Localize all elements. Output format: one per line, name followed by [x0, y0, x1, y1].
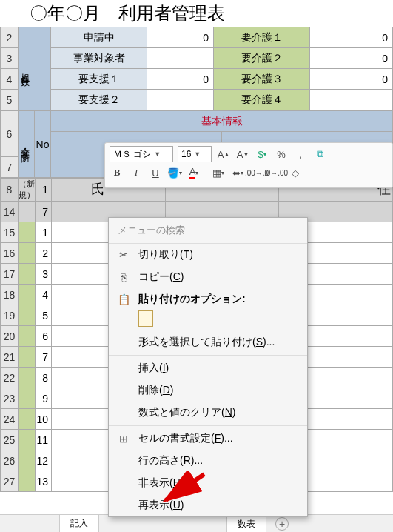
increase-font-icon[interactable]: A▲	[216, 147, 231, 162]
row-header[interactable]: 14	[1, 202, 19, 222]
cell[interactable]: 5	[36, 305, 52, 326]
cell[interactable]: 0	[310, 27, 393, 48]
page-title: 〇年〇月 利用者管理表	[0, 0, 393, 27]
sheet-tab[interactable]: 記入	[59, 514, 99, 533]
menu-clear[interactable]: 数式と値のクリア(N)	[109, 402, 307, 424]
cell[interactable]: 1	[36, 222, 52, 243]
paste-default-icon[interactable]	[138, 310, 153, 327]
cell[interactable]: 11	[36, 430, 52, 450]
sheet-tab[interactable]: 数表	[226, 515, 266, 533]
font-size-select[interactable]: 16▼	[178, 146, 212, 162]
row-header[interactable]: 23	[1, 388, 19, 409]
percent-icon[interactable]: %	[274, 147, 289, 162]
row-header[interactable]: 19	[1, 305, 19, 326]
italic-button[interactable]: I	[129, 165, 144, 180]
cell[interactable]: 要介護３	[214, 69, 310, 90]
cell[interactable]: 事業対象者	[51, 48, 147, 69]
merge-icon[interactable]: ⬌▾	[230, 165, 245, 180]
cell[interactable]: 申請中	[51, 27, 147, 48]
cell[interactable]: 13	[36, 471, 52, 492]
cell[interactable]: 0	[310, 69, 393, 90]
cell[interactable]: 要支援２	[51, 90, 147, 110]
cell[interactable]: 2	[36, 243, 52, 264]
row-header[interactable]: 3	[1, 48, 19, 69]
col-label: 介護・予防	[19, 141, 31, 148]
row-header[interactable]: 7	[1, 157, 19, 178]
cell[interactable]: 0	[310, 48, 393, 69]
format-icon: ⊞	[116, 433, 131, 445]
row-header[interactable]: 4	[1, 69, 19, 90]
cell[interactable]: 8	[36, 368, 52, 388]
menu-insert[interactable]: 挿入(I)	[109, 357, 307, 379]
row-header[interactable]: 5	[1, 90, 19, 110]
cell[interactable]: 12	[36, 450, 52, 471]
cell[interactable]: 9	[36, 388, 52, 409]
clipboard-icon: 📋	[116, 293, 131, 305]
cell[interactable]: 要支援１	[51, 69, 147, 90]
cell[interactable]: 0	[147, 27, 214, 48]
side-label: 担当件数	[19, 66, 31, 72]
format-painter-icon[interactable]: ⧉	[312, 147, 327, 162]
row-header[interactable]: 8	[1, 179, 19, 202]
cell[interactable]: 1	[36, 179, 52, 202]
cell[interactable]: 0	[147, 69, 214, 90]
accounting-format-icon[interactable]: $▾	[255, 147, 269, 162]
cell[interactable]: 要介護１	[214, 27, 310, 48]
cell[interactable]: 10	[36, 409, 52, 430]
menu-row-height[interactable]: 行の高さ(R)...	[109, 450, 307, 472]
cell[interactable]	[147, 48, 214, 69]
clear-format-icon[interactable]: ◇	[288, 165, 303, 180]
scissors-icon: ✂	[116, 249, 131, 261]
row-header[interactable]: 21	[1, 347, 19, 368]
menu-search[interactable]: メニューの検索	[109, 218, 307, 244]
menu-cut[interactable]: ✂切り取り(T)	[109, 244, 307, 266]
cell[interactable]: 7	[36, 347, 52, 368]
cell[interactable]: 6	[36, 326, 52, 347]
row-header[interactable]: 20	[1, 326, 19, 347]
row-header[interactable]: 24	[1, 409, 19, 430]
menu-copy[interactable]: ⎘コピー(C)	[109, 266, 307, 288]
row-header[interactable]: 17	[1, 264, 19, 285]
summary-table: 2 担当件数 申請中 0 要介護１ 0 3 事業対象者 要介護２ 0 4 要支援…	[0, 27, 393, 110]
row-header[interactable]: 27	[1, 471, 19, 492]
comma-icon[interactable]: ,	[293, 147, 308, 162]
menu-format-cells[interactable]: ⊞セルの書式設定(F)...	[109, 428, 307, 450]
add-sheet-button[interactable]: +	[275, 517, 289, 531]
decrease-decimal-icon[interactable]: .00→.0	[249, 165, 264, 180]
row-header[interactable]: 18	[1, 285, 19, 305]
borders-icon[interactable]: ▦▾	[211, 165, 226, 180]
row-header[interactable]: 26	[1, 450, 19, 471]
row-header[interactable]: 15	[1, 222, 19, 243]
row-header[interactable]: 16	[1, 243, 19, 264]
fill-color-icon[interactable]: 🪣▾	[167, 165, 182, 180]
cell[interactable]: 3	[36, 264, 52, 285]
cell[interactable]	[310, 90, 393, 110]
decrease-font-icon[interactable]: A▼	[235, 147, 250, 162]
col-name-left: 氏	[91, 180, 104, 198]
cell[interactable]: 要介護４	[214, 90, 310, 110]
font-color-icon[interactable]: A▾	[187, 165, 201, 180]
cell[interactable]	[147, 90, 214, 110]
menu-paste-options: 📋貼り付けのオプション:	[109, 288, 307, 310]
increase-decimal-icon[interactable]: .0→.00	[269, 165, 283, 180]
menu-paste-special[interactable]: 形式を選択して貼り付け(S)...	[109, 331, 307, 353]
section-label: 基本情報	[51, 111, 393, 132]
col-label: No	[35, 111, 51, 178]
row-header[interactable]: 6	[1, 111, 19, 157]
row-header[interactable]: 2	[1, 27, 19, 48]
bold-button[interactable]: B	[110, 165, 124, 180]
copy-icon: ⎘	[116, 271, 131, 283]
row-header[interactable]: 25	[1, 430, 19, 450]
menu-delete[interactable]: 削除(D)	[109, 379, 307, 402]
mini-toolbar: ＭＳ ゴシ▼ 16▼ A▲ A▼ $▾ % , ⧉ B I U 🪣▾ A▾ ▦▾…	[104, 142, 393, 188]
underline-button[interactable]: U	[148, 165, 163, 180]
cell[interactable]: 7	[36, 202, 52, 222]
annotation-arrow-icon	[160, 471, 212, 508]
cell[interactable]: 4	[36, 285, 52, 305]
font-family-select[interactable]: ＭＳ ゴシ▼	[110, 146, 173, 162]
cell[interactable]: 要介護２	[214, 48, 310, 69]
row-header[interactable]: 22	[1, 368, 19, 388]
